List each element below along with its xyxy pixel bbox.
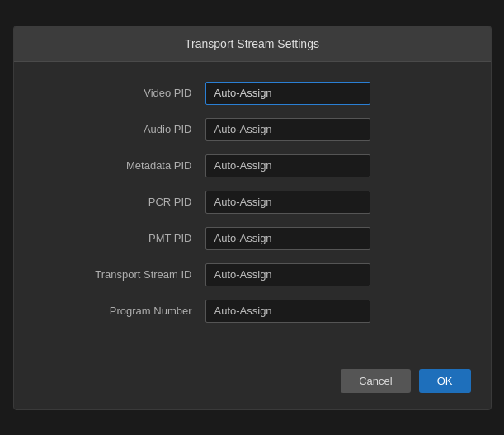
form-row-audio-pid: Audio PID — [40, 118, 464, 141]
dialog-title: Transport Stream Settings — [185, 37, 319, 50]
transport-stream-settings-dialog: Transport Stream Settings Video PIDAudio… — [13, 26, 492, 410]
form-row-pcr-pid: PCR PID — [40, 191, 464, 214]
input-video-pid[interactable] — [205, 82, 370, 105]
input-pcr-pid[interactable] — [205, 191, 370, 214]
label-metadata-pid: Metadata PID — [40, 159, 205, 172]
input-program-number[interactable] — [205, 300, 370, 323]
label-pmt-pid: PMT PID — [40, 232, 205, 244]
form-row-video-pid: Video PID — [40, 82, 464, 105]
form-row-metadata-pid: Metadata PID — [40, 154, 464, 177]
label-program-number: Program Number — [40, 305, 205, 317]
ok-button[interactable]: OK — [419, 369, 471, 393]
input-pmt-pid[interactable] — [205, 227, 370, 250]
input-transport-stream-id[interactable] — [205, 263, 370, 286]
input-metadata-pid[interactable] — [205, 154, 370, 177]
input-audio-pid[interactable] — [205, 118, 370, 141]
dialog-footer: Cancel OK — [14, 356, 491, 409]
label-pcr-pid: PCR PID — [40, 196, 205, 208]
label-video-pid: Video PID — [40, 87, 205, 99]
dialog-title-bar: Transport Stream Settings — [14, 26, 491, 62]
cancel-button[interactable]: Cancel — [341, 369, 410, 393]
form-row-pmt-pid: PMT PID — [40, 227, 464, 250]
dialog-body: Video PIDAudio PIDMetadata PIDPCR PIDPMT… — [14, 62, 491, 356]
label-audio-pid: Audio PID — [40, 123, 205, 135]
form-row-transport-stream-id: Transport Stream ID — [40, 263, 464, 286]
label-transport-stream-id: Transport Stream ID — [40, 268, 205, 281]
form-row-program-number: Program Number — [40, 300, 464, 323]
